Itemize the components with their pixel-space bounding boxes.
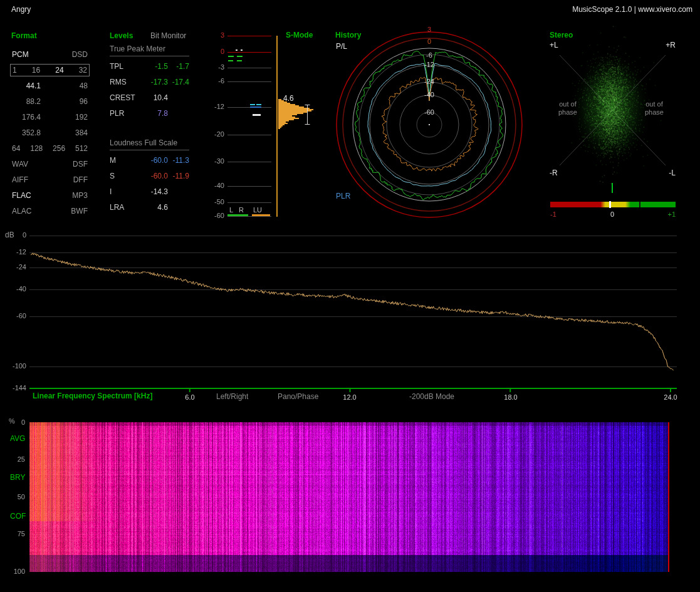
format-option-64[interactable]: 64 [12,144,20,153]
spectrum-db-tick--40: -40 [5,285,26,293]
s-mode-toggle[interactable]: S-Mode [286,31,313,40]
format-option-pcm[interactable]: PCM [12,50,29,59]
bit-monitor-tab[interactable]: Bit Monitor [150,32,186,41]
spectrum-db-tick--60: -60 [5,312,26,320]
format-option-1[interactable]: 1 [13,66,17,75]
stereo-corner-2: -R [550,169,558,178]
format-option-alac[interactable]: ALAC [12,207,31,216]
spectrum-khz-tick-6.0: 6.0 [179,393,201,402]
format-option-96[interactable]: 96 [80,97,88,106]
format-option-352-8[interactable]: 352.8 [12,128,41,137]
level-row-i-label: I [110,188,112,197]
format-row-6: 64128256512 [10,142,90,155]
meter-scale--50: -50 [206,198,224,206]
level-row-lra-label: LRA [110,204,124,212]
spectrogram-toggle-avg[interactable]: AVG [10,435,25,444]
format-option-384[interactable]: 384 [75,128,88,137]
meter-scale-0: 0 [206,48,224,56]
stereo-header: Stereo [550,31,573,40]
spectrogram-pct-tick-25: 25 [9,455,25,464]
format-option-wav[interactable]: WAV [12,160,28,169]
meter-scale--20: -20 [206,130,224,138]
history-header: History [335,31,361,40]
format-option-192[interactable]: 192 [75,113,88,122]
format-row-1: 1162432 [10,64,90,76]
out-of-phase-label-left: out of phase [553,100,582,117]
levels-header: Levels [110,32,133,41]
format-option-32[interactable]: 32 [79,66,87,75]
correlation-zero-label: 0 [607,210,617,219]
history-ring-label-3: 3 [420,26,439,34]
level-row-rms-label: RMS [110,78,127,87]
level-row-rms-value2: -17.4 [158,78,189,87]
format-option-aiff[interactable]: AIFF [12,175,28,184]
spectrum-title: Linear Frequency Spectrum [kHz] [33,392,152,401]
format-option-bwf[interactable]: BWF [71,207,88,216]
spectrogram-pct-tick-50: 50 [9,493,25,501]
format-option-256[interactable]: 256 [53,144,65,153]
spectrum-db-tick-0: 0 [5,231,26,239]
format-row-10: ALACBWF [10,205,90,217]
format-option-dff[interactable]: DFF [73,175,88,184]
spectrogram-toggle-cof[interactable]: COF [10,512,26,521]
level-row-m-label: M [110,157,116,165]
format-row-2: 44.148 [10,80,90,92]
format-option-176-4[interactable]: 176.4 [12,113,41,122]
history-pl-toggle[interactable]: P/L [336,43,347,51]
loudness-full-scale-title: Loudness Full Scale [110,138,189,150]
meter-channel-r[interactable]: R [239,206,244,214]
level-row-plr-label: PLR [110,110,124,118]
meter-scale--6: -6 [206,77,224,85]
meter-channel-lu[interactable]: LU [253,206,262,214]
meter-scale--40: -40 [206,182,224,190]
scope-graphics-canvas [0,0,700,592]
spectrogram-toggle-bry[interactable]: BRY [10,474,25,482]
format-option-16[interactable]: 16 [32,66,40,75]
format-row-4: 176.4192 [10,111,90,123]
history-ring-label--40: -40 [420,91,439,99]
format-option-44-1[interactable]: 44.1 [12,81,41,90]
format-option-dsd[interactable]: DSD [72,50,88,59]
level-row-s-label: S [110,172,115,181]
correlation-min-label: -1 [550,210,556,219]
stereo-corner-0: +L [550,41,558,50]
level-row-crest-label: CREST [110,94,135,103]
history-ring-label--24: -24 [420,78,439,86]
mode-toggle-pano-phase[interactable]: Pano/Phase [278,393,318,402]
history-plr-toggle[interactable]: PLR [336,192,350,201]
level-row-i-value1: -14.3 [137,188,168,197]
correlation-max-label: +1 [659,210,676,219]
format-row-9: FLACMP3 [10,189,90,202]
level-row-crest-value1: 10.4 [137,94,168,103]
app-version: MusicScope 2.1.0 | www.xivero.com [572,6,692,14]
level-row-lra-value1: 4.6 [137,204,168,212]
meter-scale-3: 3 [206,31,224,39]
format-option-24[interactable]: 24 [55,66,63,75]
spectrum-db-tick--24: -24 [5,263,26,271]
format-option-mp3[interactable]: MP3 [72,191,88,200]
format-option-flac[interactable]: FLAC [12,191,31,200]
mode-toggle-left-right[interactable]: Left/Right [216,393,248,402]
level-row-m-value2: -11.3 [158,157,189,165]
format-option-48[interactable]: 48 [80,81,88,90]
format-option-dsf[interactable]: DSF [73,160,88,169]
format-row-7: WAVDSF [10,158,90,170]
s-mode-lra-value: 4.6 [283,95,294,103]
meter-scale--60: -60 [206,212,224,220]
spectrogram-pct-tick-100: 100 [9,568,25,576]
format-option-512[interactable]: 512 [75,144,88,153]
format-row-8: AIFFDFF [10,174,90,186]
format-option-128[interactable]: 128 [30,144,43,153]
history-ring-label--60: -60 [420,108,439,117]
true-peak-meter-title: True Peak Meter [110,44,189,56]
musicscope-window: Angry MusicScope 2.1.0 | www.xivero.com … [0,0,700,592]
meter-scale--30: -30 [206,157,224,165]
out-of-phase-label-right: out of phase [640,100,669,117]
spectrum-khz-tick-18.0: 18.0 [500,393,521,402]
format-option-88-2[interactable]: 88.2 [12,97,41,106]
spectrum-db-tick--12: -12 [5,248,26,256]
spectrogram-pct-tick-75: 75 [9,530,25,538]
format-header: Format [11,32,37,41]
meter-channel-l[interactable]: L [229,206,233,214]
mode-toggle--200db-mode[interactable]: -200dB Mode [409,393,454,402]
